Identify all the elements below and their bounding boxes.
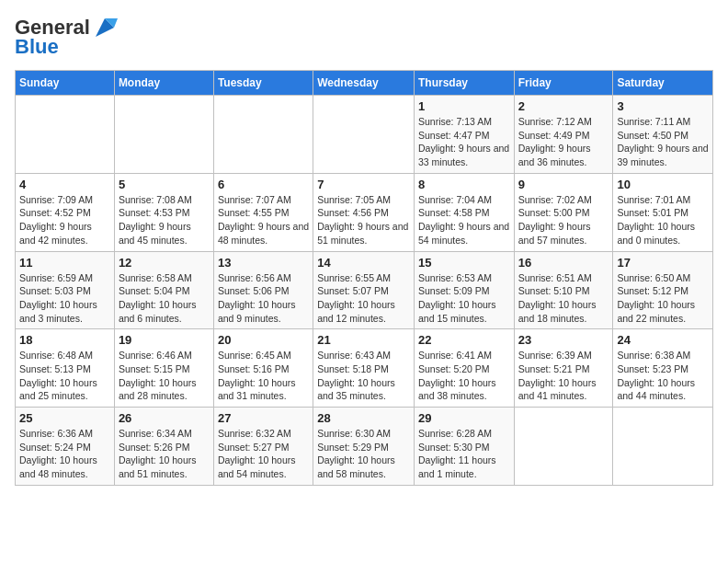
calendar-cell: 10Sunrise: 7:01 AM Sunset: 5:01 PM Dayli… <box>613 173 713 251</box>
day-info: Sunrise: 6:59 AM Sunset: 5:03 PM Dayligh… <box>19 271 110 326</box>
day-header-thursday: Thursday <box>414 71 514 96</box>
calendar-week-row: 18Sunrise: 6:48 AM Sunset: 5:13 PM Dayli… <box>16 329 713 408</box>
day-info: Sunrise: 6:43 AM Sunset: 5:18 PM Dayligh… <box>317 349 410 403</box>
day-header-saturday: Saturday <box>613 71 713 96</box>
day-number: 22 <box>418 333 510 347</box>
calendar-cell: 23Sunrise: 6:39 AM Sunset: 5:21 PM Dayli… <box>514 329 613 408</box>
calendar-cell: 14Sunrise: 6:55 AM Sunset: 5:07 PM Dayli… <box>313 251 415 329</box>
day-info: Sunrise: 7:02 AM Sunset: 5:00 PM Dayligh… <box>518 193 609 247</box>
calendar-cell <box>313 96 415 174</box>
day-info: Sunrise: 6:45 AM Sunset: 5:16 PM Dayligh… <box>218 349 309 403</box>
day-number: 23 <box>518 333 609 347</box>
day-header-wednesday: Wednesday <box>313 71 415 96</box>
day-info: Sunrise: 7:01 AM Sunset: 5:01 PM Dayligh… <box>617 193 709 247</box>
day-number: 28 <box>317 411 410 425</box>
calendar-cell: 16Sunrise: 6:51 AM Sunset: 5:10 PM Dayli… <box>514 251 613 329</box>
calendar-cell: 20Sunrise: 6:45 AM Sunset: 5:16 PM Dayli… <box>213 329 313 408</box>
calendar-cell: 19Sunrise: 6:46 AM Sunset: 5:15 PM Dayli… <box>114 329 213 408</box>
day-info: Sunrise: 6:38 AM Sunset: 5:23 PM Dayligh… <box>617 349 709 403</box>
calendar-cell <box>613 408 713 486</box>
day-info: Sunrise: 7:04 AM Sunset: 4:58 PM Dayligh… <box>418 193 510 247</box>
day-info: Sunrise: 6:56 AM Sunset: 5:06 PM Dayligh… <box>218 271 309 326</box>
day-info: Sunrise: 6:51 AM Sunset: 5:10 PM Dayligh… <box>518 271 609 326</box>
logo: General Blue <box>15 15 118 59</box>
day-number: 16 <box>518 256 609 270</box>
day-info: Sunrise: 6:55 AM Sunset: 5:07 PM Dayligh… <box>317 271 410 326</box>
day-number: 27 <box>218 411 309 425</box>
day-header-friday: Friday <box>514 71 613 96</box>
calendar-cell: 4Sunrise: 7:09 AM Sunset: 4:52 PM Daylig… <box>16 173 115 251</box>
calendar-cell: 7Sunrise: 7:05 AM Sunset: 4:56 PM Daylig… <box>313 173 415 251</box>
calendar-week-row: 25Sunrise: 6:36 AM Sunset: 5:24 PM Dayli… <box>16 408 713 486</box>
calendar-cell: 17Sunrise: 6:50 AM Sunset: 5:12 PM Dayli… <box>613 251 713 329</box>
day-info: Sunrise: 7:05 AM Sunset: 4:56 PM Dayligh… <box>317 193 410 247</box>
calendar-cell: 13Sunrise: 6:56 AM Sunset: 5:06 PM Dayli… <box>213 251 313 329</box>
calendar-cell: 18Sunrise: 6:48 AM Sunset: 5:13 PM Dayli… <box>16 329 115 408</box>
day-number: 19 <box>119 333 210 347</box>
calendar-cell: 25Sunrise: 6:36 AM Sunset: 5:24 PM Dayli… <box>16 408 115 486</box>
calendar-week-row: 4Sunrise: 7:09 AM Sunset: 4:52 PM Daylig… <box>16 173 713 251</box>
day-number: 20 <box>218 333 309 347</box>
calendar-week-row: 11Sunrise: 6:59 AM Sunset: 5:03 PM Dayli… <box>16 251 713 329</box>
calendar-cell: 29Sunrise: 6:28 AM Sunset: 5:30 PM Dayli… <box>414 408 514 486</box>
day-info: Sunrise: 7:09 AM Sunset: 4:52 PM Dayligh… <box>19 193 110 247</box>
calendar-cell: 15Sunrise: 6:53 AM Sunset: 5:09 PM Dayli… <box>414 251 514 329</box>
day-number: 10 <box>617 178 709 191</box>
day-number: 12 <box>119 256 210 270</box>
calendar-week-row: 1Sunrise: 7:13 AM Sunset: 4:47 PM Daylig… <box>16 96 713 174</box>
calendar-cell <box>16 96 115 174</box>
day-header-monday: Monday <box>114 71 213 96</box>
day-header-sunday: Sunday <box>16 71 115 96</box>
calendar-cell <box>114 96 213 174</box>
calendar-table: SundayMondayTuesdayWednesdayThursdayFrid… <box>15 70 713 486</box>
day-info: Sunrise: 7:13 AM Sunset: 4:47 PM Dayligh… <box>418 115 510 169</box>
day-number: 6 <box>218 178 309 191</box>
day-number: 18 <box>19 333 110 347</box>
day-number: 8 <box>418 178 510 191</box>
day-number: 9 <box>518 178 609 191</box>
day-info: Sunrise: 6:36 AM Sunset: 5:24 PM Dayligh… <box>19 427 110 481</box>
calendar-cell: 26Sunrise: 6:34 AM Sunset: 5:26 PM Dayli… <box>114 408 213 486</box>
calendar-cell: 9Sunrise: 7:02 AM Sunset: 5:00 PM Daylig… <box>514 173 613 251</box>
calendar-cell: 27Sunrise: 6:32 AM Sunset: 5:27 PM Dayli… <box>213 408 313 486</box>
day-info: Sunrise: 6:34 AM Sunset: 5:26 PM Dayligh… <box>119 427 210 481</box>
calendar-cell: 24Sunrise: 6:38 AM Sunset: 5:23 PM Dayli… <box>613 329 713 408</box>
day-number: 25 <box>19 411 110 425</box>
calendar-cell: 8Sunrise: 7:04 AM Sunset: 4:58 PM Daylig… <box>414 173 514 251</box>
day-info: Sunrise: 6:46 AM Sunset: 5:15 PM Dayligh… <box>119 349 210 403</box>
day-number: 2 <box>518 99 609 113</box>
calendar-cell: 11Sunrise: 6:59 AM Sunset: 5:03 PM Dayli… <box>16 251 115 329</box>
day-header-tuesday: Tuesday <box>213 71 313 96</box>
day-number: 1 <box>418 99 510 113</box>
calendar-cell: 21Sunrise: 6:43 AM Sunset: 5:18 PM Dayli… <box>313 329 415 408</box>
calendar-cell: 5Sunrise: 7:08 AM Sunset: 4:53 PM Daylig… <box>114 173 213 251</box>
day-number: 11 <box>19 256 110 270</box>
day-info: Sunrise: 6:28 AM Sunset: 5:30 PM Dayligh… <box>418 427 510 481</box>
calendar-cell: 1Sunrise: 7:13 AM Sunset: 4:47 PM Daylig… <box>414 96 514 174</box>
day-info: Sunrise: 7:12 AM Sunset: 4:49 PM Dayligh… <box>518 115 609 169</box>
calendar-cell <box>514 408 613 486</box>
calendar-cell: 2Sunrise: 7:12 AM Sunset: 4:49 PM Daylig… <box>514 96 613 174</box>
day-info: Sunrise: 6:30 AM Sunset: 5:29 PM Dayligh… <box>317 427 410 481</box>
day-number: 21 <box>317 333 410 347</box>
calendar-cell: 3Sunrise: 7:11 AM Sunset: 4:50 PM Daylig… <box>613 96 713 174</box>
header: General Blue <box>15 15 713 59</box>
day-number: 26 <box>119 411 210 425</box>
calendar-cell: 22Sunrise: 6:41 AM Sunset: 5:20 PM Dayli… <box>414 329 514 408</box>
day-info: Sunrise: 6:53 AM Sunset: 5:09 PM Dayligh… <box>418 271 510 326</box>
calendar-cell: 28Sunrise: 6:30 AM Sunset: 5:29 PM Dayli… <box>313 408 415 486</box>
day-number: 15 <box>418 256 510 270</box>
day-number: 4 <box>19 178 110 191</box>
day-info: Sunrise: 6:41 AM Sunset: 5:20 PM Dayligh… <box>418 349 510 403</box>
day-info: Sunrise: 7:11 AM Sunset: 4:50 PM Dayligh… <box>617 115 709 169</box>
day-info: Sunrise: 6:58 AM Sunset: 5:04 PM Dayligh… <box>119 271 210 326</box>
day-number: 14 <box>317 256 410 270</box>
logo-blue-text: Blue <box>15 35 59 59</box>
calendar-cell: 12Sunrise: 6:58 AM Sunset: 5:04 PM Dayli… <box>114 251 213 329</box>
day-number: 7 <box>317 178 410 191</box>
day-number: 29 <box>418 411 510 425</box>
calendar-cell: 6Sunrise: 7:07 AM Sunset: 4:55 PM Daylig… <box>213 173 313 251</box>
day-number: 13 <box>218 256 309 270</box>
calendar-header-row: SundayMondayTuesdayWednesdayThursdayFrid… <box>16 71 713 96</box>
day-info: Sunrise: 6:39 AM Sunset: 5:21 PM Dayligh… <box>518 349 609 403</box>
